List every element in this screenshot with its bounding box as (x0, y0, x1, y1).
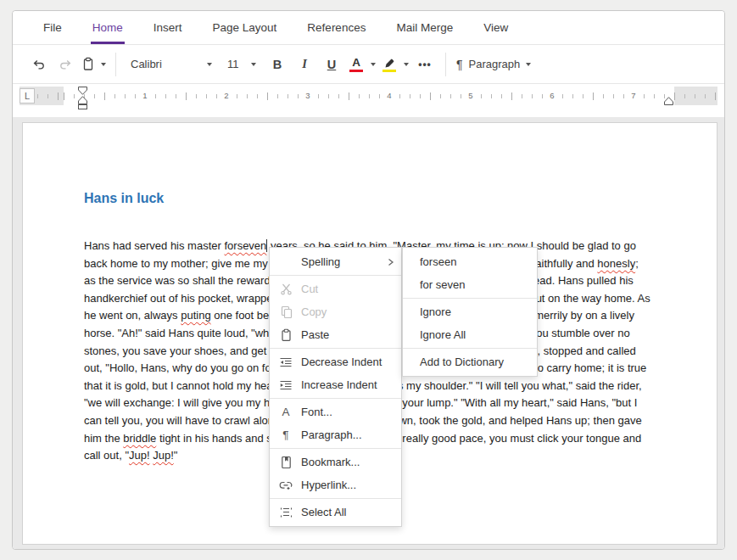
submenu-item-ignore[interactable]: Ignore (403, 300, 537, 323)
tab-home[interactable]: Home (91, 11, 125, 44)
tab-insert[interactable]: Insert (152, 11, 184, 44)
menu-item-increase-indent[interactable]: Increase Indent (270, 373, 401, 396)
menu-separator (270, 275, 401, 276)
menu-item-bookmark[interactable]: Bookmark... (270, 451, 401, 473)
clipboard-icon (81, 57, 95, 71)
menu-separator (270, 498, 401, 499)
font-color-icon: A (348, 57, 365, 72)
more-options-button[interactable]: ••• (414, 52, 436, 77)
select-all-icon (278, 506, 293, 519)
hanging-indent-marker[interactable] (78, 96, 87, 104)
menu-item-copy[interactable]: Copy (270, 300, 401, 323)
increase-indent-icon (278, 378, 293, 392)
font-color-arrow-icon[interactable] (371, 63, 376, 66)
bookmark-icon (278, 456, 293, 469)
bold-button[interactable]: B (266, 52, 288, 77)
right-indent-marker[interactable] (664, 97, 673, 105)
copy-icon (278, 305, 293, 319)
menu-separator (270, 348, 401, 349)
redo-icon (59, 58, 73, 71)
underline-button[interactable]: U (321, 52, 343, 77)
submenu-item-suggestion-for-seven[interactable]: for seven (403, 273, 537, 296)
highlight-arrow-icon[interactable] (404, 63, 409, 66)
font-size-arrow-icon (251, 63, 256, 66)
font-letter-icon: A (278, 406, 293, 419)
menu-separator (270, 448, 401, 449)
ruler-number: 6 (547, 92, 556, 100)
misspelled-word: Jup! (129, 449, 150, 462)
undo-icon (31, 58, 46, 71)
spelling-submenu: forseen for seven Ignore Ignore All Add … (402, 247, 538, 377)
submenu-arrow-icon (387, 258, 394, 266)
ruler: 1 2 3 4 5 6 7 L (13, 84, 724, 117)
clipboard-icon (278, 328, 293, 342)
tab-references[interactable]: References (305, 11, 367, 44)
submenu-item-add-to-dictionary[interactable]: Add to Dictionary (403, 350, 537, 373)
first-line-indent-marker[interactable] (78, 87, 87, 95)
pilcrow-icon: ¶ (278, 428, 293, 442)
tab-stop-selector[interactable]: L (20, 88, 35, 104)
left-indent-marker[interactable] (78, 104, 87, 109)
menu-item-decrease-indent[interactable]: Decrease Indent (270, 350, 401, 373)
highlighter-pen-icon (381, 57, 398, 72)
tab-view[interactable]: View (482, 11, 510, 44)
menu-item-cut[interactable]: Cut (270, 277, 401, 300)
tab-page-layout[interactable]: Page Layout (211, 11, 279, 44)
paragraph-group-arrow-icon (526, 63, 531, 66)
paragraph-group-button[interactable]: ¶ Paragraph (456, 58, 531, 71)
ruler-number: 7 (628, 92, 638, 100)
pilcrow-icon: ¶ (456, 58, 463, 71)
font-color-button[interactable]: A (348, 52, 376, 77)
context-menu: Spelling Cut Copy Paste Decrease Indent … (269, 247, 402, 527)
toolbar-separator (445, 53, 446, 76)
font-name-arrow-icon (207, 63, 212, 66)
font-size-select[interactable]: 11 (222, 52, 261, 77)
ruler-number: 1 (140, 92, 149, 100)
paste-dropdown-arrow-icon[interactable] (101, 63, 106, 66)
hyperlink-icon (278, 479, 293, 492)
menu-item-spelling[interactable]: Spelling (270, 250, 401, 273)
menu-separator (403, 348, 537, 349)
ribbon-tabbar: File Home Insert Page Layout References … (13, 11, 724, 45)
home-toolbar: Calibri 11 B I U A ••• ¶ Parag (13, 45, 724, 84)
misspelled-word: briddle (123, 432, 156, 445)
font-name-select[interactable]: Calibri (126, 52, 217, 77)
ruler-ticks (20, 87, 717, 105)
paste-button[interactable] (81, 52, 106, 77)
font-name-value: Calibri (131, 58, 162, 70)
menu-item-hyperlink[interactable]: Hyperlink... (270, 473, 401, 496)
menu-separator (403, 298, 537, 299)
misspelled-word: Jup! (153, 449, 174, 462)
ruler-number: 2 (221, 92, 231, 100)
scissors-icon (278, 283, 293, 296)
ruler-number: 5 (466, 92, 475, 100)
redo-button[interactable] (54, 52, 76, 77)
menu-item-font[interactable]: A Font... (270, 400, 401, 423)
undo-button[interactable] (27, 52, 49, 77)
misspelled-word: forseven (224, 239, 266, 252)
document-heading: Hans in luck (84, 191, 653, 206)
highlight-button[interactable] (381, 52, 409, 77)
decrease-indent-icon (278, 356, 293, 369)
submenu-item-suggestion-forseen[interactable]: forseen (403, 250, 537, 273)
italic-button[interactable]: I (293, 52, 315, 77)
misspelled-word: honesly (597, 257, 635, 270)
font-size-value: 11 (227, 58, 239, 70)
ruler-number: 3 (303, 92, 312, 100)
submenu-item-ignore-all[interactable]: Ignore All (403, 323, 537, 346)
menu-item-paste[interactable]: Paste (270, 323, 401, 346)
ruler-strip: 1 2 3 4 5 6 7 L (20, 87, 717, 105)
toolbar-separator (115, 53, 116, 76)
tab-mail-merge[interactable]: Mail Merge (394, 11, 455, 44)
menu-separator (270, 398, 401, 399)
misspelled-word: puting (181, 309, 210, 322)
tab-file[interactable]: File (42, 11, 64, 44)
menu-item-paragraph[interactable]: ¶ Paragraph... (270, 423, 401, 446)
menu-item-select-all[interactable]: Select All (270, 501, 401, 524)
paragraph-group-label: Paragraph (469, 58, 521, 70)
ruler-number: 4 (384, 92, 394, 100)
